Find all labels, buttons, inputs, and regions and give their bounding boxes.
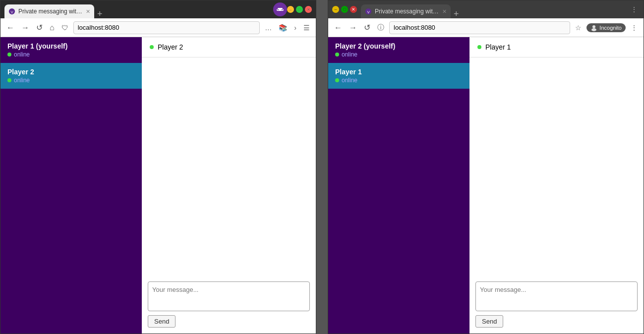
reload-btn-left[interactable]: ↺	[34, 22, 45, 33]
incognito-label: Incognito	[599, 25, 622, 31]
chrome-menu-icon[interactable]: ⋮	[629, 4, 640, 14]
tab-favicon-right: V	[365, 8, 372, 15]
app-content-left: Player 1 (yourself) online Player 2 onli…	[0, 37, 316, 334]
chrome-more-icon[interactable]: ⋮	[629, 23, 640, 33]
tab-close-right[interactable]: ✕	[442, 8, 447, 15]
send-btn-left[interactable]: Send	[148, 315, 176, 328]
player1-status-text-left: online	[14, 51, 30, 58]
svg-text:V: V	[10, 10, 13, 14]
tab-area-left: V Private messaging with S… ✕ +	[4, 0, 269, 18]
player1-name-right: Player 1	[335, 68, 463, 76]
chat-header-right: Player 1	[469, 37, 644, 57]
player2-status-left: online	[7, 77, 135, 84]
title-bar-right: – □ ✕ V Private messaging with S… ✕ + ⋮	[328, 0, 644, 18]
svg-point-10	[592, 25, 595, 28]
chat-header-name-left: Player 2	[158, 43, 183, 51]
app-content-right: Player 2 (yourself) online Player 1 onli…	[328, 37, 644, 334]
chat-messages-right	[469, 57, 644, 276]
player2-name-left: Player 2	[7, 68, 135, 76]
svg-text:V: V	[367, 10, 370, 14]
sidebar-item-player1-right[interactable]: Player 1 online	[328, 63, 469, 89]
send-btn-right[interactable]: Send	[475, 315, 503, 328]
player1-status-left: online	[7, 51, 135, 58]
tab-favicon-left: V	[8, 8, 15, 15]
chat-messages-left	[142, 57, 316, 276]
sidebar-right: Player 2 (yourself) online Player 1 onli…	[328, 37, 469, 334]
chat-input-area-left: Send	[142, 276, 316, 334]
incognito-badge: Incognito	[586, 23, 626, 32]
player2-status-text-left: online	[14, 77, 30, 84]
maximize-btn-right[interactable]: □	[341, 6, 348, 13]
chrome-window: – □ ✕ V Private messaging with S… ✕ + ⋮ …	[328, 0, 644, 334]
svg-point-11	[591, 28, 596, 31]
privacy-icon-left	[273, 2, 287, 16]
mask-icon	[276, 5, 284, 13]
new-tab-btn-right[interactable]: +	[454, 9, 459, 18]
player1-status-text-right: online	[342, 77, 357, 84]
chat-area-left: Player 2 Send	[142, 37, 316, 334]
player2-status-text-right: online	[342, 51, 357, 58]
sidebar-item-player1-left[interactable]: Player 1 (yourself) online	[0, 37, 142, 63]
sidebar-item-player2-right[interactable]: Player 2 (yourself) online	[328, 37, 469, 63]
message-input-right[interactable]	[475, 281, 638, 311]
win-controls-left: – □ ✕	[287, 6, 312, 13]
url-input-left[interactable]	[73, 21, 260, 34]
message-input-left[interactable]	[148, 281, 310, 311]
url-input-right[interactable]	[389, 21, 570, 34]
title-bar-left: V Private messaging with S… ✕ + – □ ✕	[0, 0, 316, 18]
player2-status-dot-left	[7, 78, 11, 82]
player1-name-left: Player 1 (yourself)	[7, 42, 135, 50]
chat-input-area-right: Send	[469, 276, 644, 334]
reload-btn-right[interactable]: ↺	[362, 22, 372, 33]
tab-title-right: Private messaging with S…	[375, 8, 439, 15]
player1-status-dot-left	[7, 53, 11, 56]
chat-header-name-right: Player 1	[485, 43, 511, 51]
shield-icon-left: 🛡	[59, 23, 70, 33]
player1-status-dot-right	[335, 78, 339, 82]
sidebar-item-player2-left[interactable]: Player 2 online	[0, 63, 142, 89]
chat-header-dot-right	[477, 45, 481, 49]
minimize-btn-left[interactable]: –	[287, 6, 294, 13]
forward-btn-right[interactable]: →	[347, 22, 359, 33]
minimize-btn-right[interactable]: –	[332, 6, 339, 13]
forward-btn-left[interactable]: →	[19, 22, 31, 33]
info-icon-right: ⓘ	[375, 22, 386, 33]
close-btn-right[interactable]: ✕	[350, 6, 357, 13]
close-btn-left[interactable]: ✕	[305, 6, 312, 13]
maximize-btn-left[interactable]: □	[296, 6, 303, 13]
incognito-icon	[590, 24, 597, 31]
svg-rect-7	[278, 8, 283, 9]
menu-icon-left[interactable]: ☰	[301, 23, 312, 33]
tab-close-left[interactable]: ✕	[86, 8, 90, 15]
home-btn-left[interactable]: ⌂	[48, 22, 57, 33]
win-controls-right: – □ ✕	[332, 6, 357, 13]
player2-status-dot-right	[335, 53, 339, 56]
firefox-window: V Private messaging with S… ✕ + – □ ✕	[0, 0, 316, 334]
bookmarks-icon-left[interactable]: 📚	[277, 23, 289, 33]
chat-header-left: Player 2	[142, 37, 316, 57]
bookmark-star-right[interactable]: ☆	[573, 23, 584, 33]
tab-left[interactable]: V Private messaging with S… ✕	[4, 4, 94, 18]
more-btn-left[interactable]: …	[263, 23, 274, 33]
chat-header-dot-left	[150, 45, 154, 49]
address-bar-right: ← → ↺ ⓘ ☆ Incognito ⋮	[328, 18, 644, 37]
player1-status-right: online	[335, 77, 463, 84]
new-tab-btn-left[interactable]: +	[97, 9, 103, 18]
player2-status-right: online	[335, 51, 463, 58]
back-btn-right[interactable]: ←	[332, 22, 344, 33]
chat-area-right: Player 1 Send	[469, 37, 644, 334]
chevron-icon-left[interactable]: ›	[292, 23, 298, 33]
player2-name-right: Player 2 (yourself)	[335, 42, 463, 50]
svg-rect-4	[279, 9, 281, 11]
back-btn-left[interactable]: ←	[4, 22, 16, 33]
tab-title-left: Private messaging with S…	[18, 8, 83, 15]
tab-right[interactable]: V Private messaging with S… ✕	[361, 4, 451, 18]
address-bar-left: ← → ↺ ⌂ 🛡 … 📚 › ☰	[0, 18, 316, 37]
tab-area-right: V Private messaging with S… ✕ +	[361, 0, 495, 18]
sidebar-left: Player 1 (yourself) online Player 2 onli…	[0, 37, 142, 334]
